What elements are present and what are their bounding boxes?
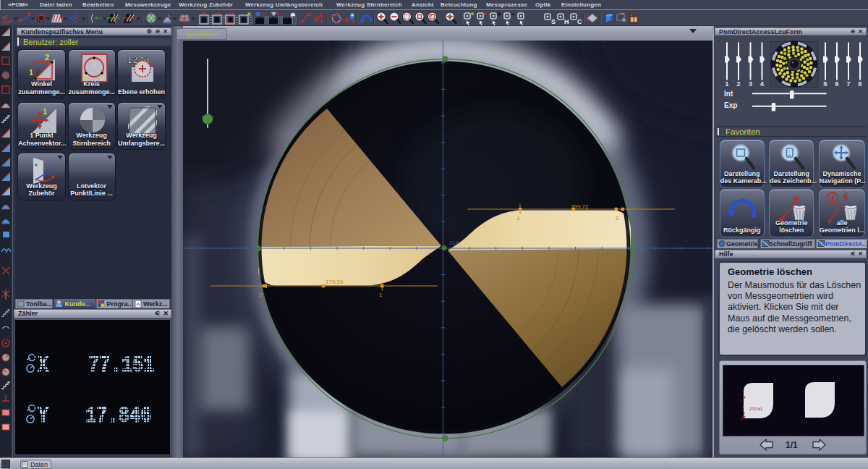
svg-text:C: C bbox=[577, 18, 582, 25]
svg-text:7: 7 bbox=[846, 80, 850, 88]
svg-text:1: 1 bbox=[29, 68, 33, 77]
svg-text:Exp: Exp bbox=[724, 101, 737, 109]
svg-text:359,72: 359,72 bbox=[571, 203, 589, 210]
svg-text:1/1: 1/1 bbox=[786, 440, 798, 450]
svg-text:6: 6 bbox=[835, 80, 838, 88]
svg-text:1: 1 bbox=[91, 59, 95, 67]
svg-text:3: 3 bbox=[749, 80, 752, 88]
svg-text:,114: ,114 bbox=[448, 240, 459, 246]
svg-text:270,61: 270,61 bbox=[749, 407, 763, 411]
svg-text:Int: Int bbox=[724, 90, 733, 98]
svg-text:179,56: 179,56 bbox=[326, 279, 344, 285]
svg-text:1: 1 bbox=[740, 399, 742, 403]
svg-text:1: 1 bbox=[725, 80, 729, 88]
svg-text:5: 5 bbox=[823, 80, 827, 88]
svg-text:2: 2 bbox=[45, 53, 49, 62]
svg-text:2: 2 bbox=[736, 80, 740, 88]
svg-text:1: 1 bbox=[517, 215, 521, 221]
svg-text:S: S bbox=[551, 18, 556, 25]
svg-text:4: 4 bbox=[760, 80, 765, 88]
svg-text:H: H bbox=[564, 18, 569, 25]
svg-text:2: 2 bbox=[741, 416, 743, 421]
svg-text:2: 2 bbox=[259, 292, 263, 298]
svg-text:2: 2 bbox=[616, 215, 619, 221]
svg-text:8: 8 bbox=[858, 80, 861, 88]
svg-text:1: 1 bbox=[379, 292, 383, 298]
svg-text:1: 1 bbox=[43, 107, 47, 116]
